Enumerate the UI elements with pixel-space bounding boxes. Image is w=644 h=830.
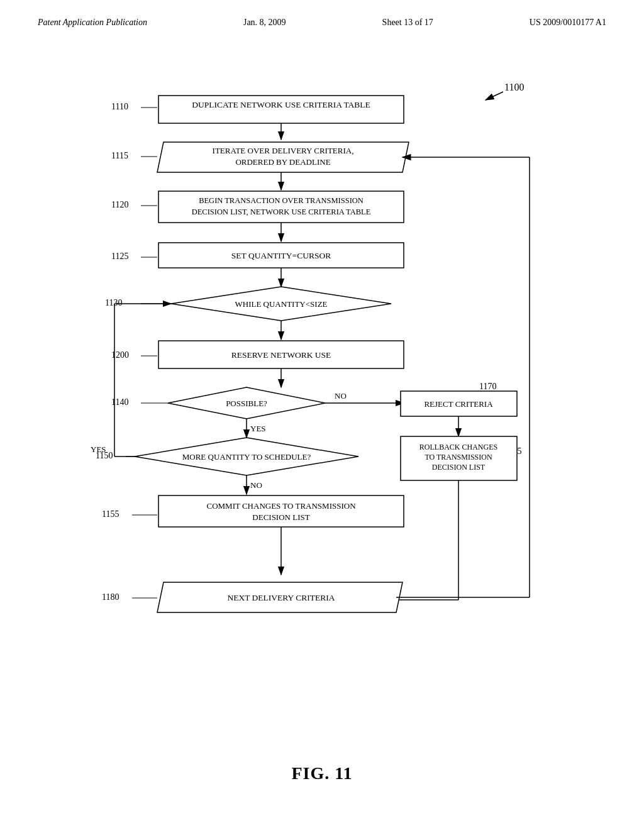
yes-label-1150: YES xyxy=(91,445,106,454)
node-1130-text: WHILE QUANTITY<SIZE xyxy=(235,299,327,309)
label-1170: 1170 xyxy=(479,382,496,391)
node-1150-text: MORE QUANTITY TO SCHEDULE? xyxy=(182,452,311,462)
no-label-1140: NO xyxy=(335,391,347,401)
label-1125: 1125 xyxy=(111,252,128,261)
diagram-number-label: 1100 xyxy=(504,82,524,92)
label-1130: 1130 xyxy=(105,298,122,307)
sheet-label: Sheet 13 of 17 xyxy=(382,18,433,28)
node-1120-text1: BEGIN TRANSACTION OVER TRANSMISSION xyxy=(199,196,364,205)
node-1155-text1: COMMIT CHANGES TO TRANSMISSION xyxy=(206,501,356,511)
date-label: Jan. 8, 2009 xyxy=(243,18,286,28)
label-1200: 1200 xyxy=(111,350,129,360)
node-1175-text1: ROLLBACK CHANGES xyxy=(419,443,497,451)
node-1155 xyxy=(158,495,404,527)
node-1155-text2: DECISION LIST xyxy=(252,512,309,522)
publication-label: Patent Application Publication xyxy=(38,18,147,28)
no-label-1150: NO xyxy=(250,480,262,490)
label-1180: 1180 xyxy=(102,592,119,602)
node-1115-text1: ITERATE OVER DELIVERY CRITERIA, xyxy=(213,146,354,155)
node-1125-text: SET QUANTITY=CURSOR xyxy=(231,251,331,260)
label-1140: 1140 xyxy=(111,397,128,407)
page-header: Patent Application Publication Jan. 8, 2… xyxy=(0,0,644,34)
node-1200-text: RESERVE NETWORK USE xyxy=(231,350,331,360)
figure-label: FIG. 11 xyxy=(0,763,644,796)
node-1120-text2: DECISION LIST, NETWORK USE CRITERIA TABL… xyxy=(192,208,371,216)
node-1175-text2: TO TRANSMISSION xyxy=(425,453,492,462)
flowchart-svg: 1100 1110 DUPLICATE NETWORK USE CRITERIA… xyxy=(52,47,592,738)
node-1170-text: REJECT CRITERIA xyxy=(424,399,493,409)
label-1120: 1120 xyxy=(111,200,128,209)
label-1110: 1110 xyxy=(111,102,128,111)
yes-label-1140: YES xyxy=(250,424,266,433)
node-1175-text3: DECISION LIST xyxy=(432,463,486,472)
label-1115: 1115 xyxy=(111,151,128,160)
node-1140-text: POSSIBLE? xyxy=(226,399,267,408)
patent-number: US 2009/0010177 A1 xyxy=(530,18,606,28)
page: Patent Application Publication Jan. 8, 2… xyxy=(0,0,644,830)
node-1115-text2: ORDERED BY DEADLINE xyxy=(235,157,330,167)
label-1155: 1155 xyxy=(102,509,119,519)
diagram-container: 1100 1110 DUPLICATE NETWORK USE CRITERIA… xyxy=(0,34,644,763)
node-1180-text: NEXT DELIVERY CRITERIA xyxy=(228,593,335,602)
node-1110-text: DUPLICATE NETWORK USE CRITERIA TABLE xyxy=(192,100,370,109)
diagram-number-arrow xyxy=(486,92,503,100)
